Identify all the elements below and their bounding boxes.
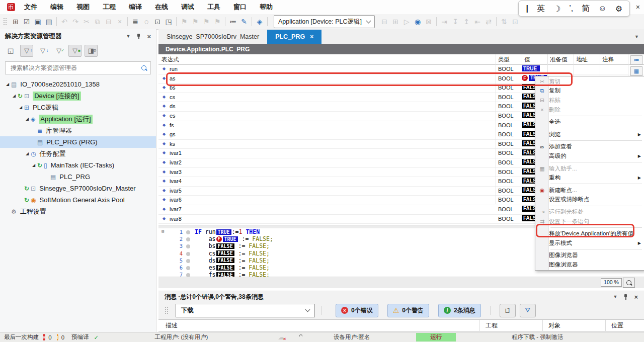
watch-value[interactable]: TRUE <box>522 65 540 71</box>
tree-expand-icon[interactable]: ◢ <box>4 82 11 87</box>
zoom-icon[interactable] <box>623 278 635 288</box>
view-options-icon[interactable]: ◨⚙ <box>85 45 98 57</box>
messages-column-2[interactable]: 对象 <box>548 321 560 330</box>
device-selector-dropdown[interactable]: Application [Device: PLC逻辑] <box>274 15 375 28</box>
tree-expand-icon[interactable]: ◢ <box>24 151 31 156</box>
messages-close-icon[interactable]: × <box>634 293 638 301</box>
tab-sinsegye_sp7000siodrv_master[interactable]: Sinsegye_SP7000sIoDrv_Master <box>158 30 267 44</box>
filter-active-icon[interactable]: ▽■ <box>68 45 82 57</box>
pause-icon[interactable]: ◉ <box>412 15 423 28</box>
cloud-offline-icon[interactable]: ☁ <box>278 333 284 341</box>
tree-item[interactable]: ▤PLC_PRG <box>0 171 156 183</box>
messages-dropdown-icon[interactable]: ▼ <box>613 294 617 299</box>
breakpoint-dot[interactable] <box>186 230 190 234</box>
tree-item[interactable]: ↻◉SoftMotion General Axis Pool <box>0 194 156 206</box>
context-menu-item[interactable]: 释放'Device.Application'的所有值 <box>535 229 644 238</box>
context-menu-item[interactable]: ◉新建断点... <box>535 186 644 195</box>
tab-plc_prg[interactable]: PLC_PRG× <box>267 30 321 44</box>
breakpoint-dot[interactable] <box>186 244 190 248</box>
save-icon[interactable]: ▣ <box>32 15 43 28</box>
ime-item[interactable]: 英 <box>537 4 545 14</box>
ime-item[interactable]: ’, <box>569 4 573 13</box>
context-menu-item[interactable]: 图像浏览器 <box>535 251 644 261</box>
menubar-item[interactable]: 编辑 <box>50 3 63 12</box>
errors-filter-button[interactable]: × 0个错误 <box>336 304 378 317</box>
column-header-5[interactable]: 注释 <box>602 56 614 63</box>
tree-expand-icon[interactable]: ◢ <box>30 163 37 167</box>
breakpoint-dot[interactable] <box>186 237 190 241</box>
menubar-item[interactable]: 帮助 <box>260 3 273 12</box>
toolbar-grip[interactable] <box>3 18 7 26</box>
filter-collapse-icon[interactable]: ▽↑ <box>20 45 33 57</box>
context-menu-item[interactable]: 显示模式▶ <box>535 238 644 248</box>
messages-column-0[interactable]: 描述 <box>166 321 178 330</box>
messages-pin-icon[interactable] <box>623 294 628 300</box>
tree-item[interactable]: ◢↻▯MainTask (IEC-Tasks) <box>0 159 156 171</box>
tree-expand-icon[interactable]: ◢ <box>17 105 24 110</box>
explorer-search-box[interactable] <box>5 61 151 74</box>
messages-column-3[interactable]: 位置 <box>611 321 623 330</box>
messages-filter-dropdown[interactable]: 下载 <box>176 304 315 317</box>
tree-item[interactable]: ◢◷任务配置 <box>0 148 156 159</box>
context-menu-item[interactable]: 重构▶ <box>535 173 644 183</box>
ime-item[interactable]: | <box>526 4 528 13</box>
infos-filter-button[interactable]: i 2条消息 <box>438 304 481 317</box>
tree-expand-icon[interactable]: ◢ <box>11 94 18 98</box>
expand-view-icon[interactable]: ◱ <box>4 45 17 57</box>
context-menu-item[interactable]: ∞添加查看 <box>535 142 644 152</box>
explorer-dropdown-icon[interactable]: ▼ <box>126 34 130 39</box>
warnings-filter-button[interactable]: ⚠ 0个警告 <box>387 304 429 317</box>
tree-item[interactable]: ▤PLC_PRG (PRG) <box>0 136 156 148</box>
context-menu-item[interactable]: 设置或清除断点 <box>535 195 644 205</box>
ime-bar[interactable]: |英☽’,简☺⚙ <box>518 1 630 17</box>
task-list-icon[interactable]: ☑ <box>21 15 32 28</box>
options-icon[interactable]: ≔ <box>227 15 238 28</box>
find-in-project-icon[interactable]: ⊡ <box>152 15 163 28</box>
menubar-item[interactable]: 窗口 <box>233 3 247 12</box>
context-menu-item[interactable]: 高级的▶ <box>535 151 644 161</box>
tree-item[interactable]: ◢▤IO_7000se20251010_1358 <box>0 78 156 90</box>
tree-item[interactable]: ⚙工程设置 <box>0 206 156 217</box>
explorer-pin-icon[interactable] <box>136 33 141 40</box>
menubar-item[interactable]: 视图 <box>76 3 90 12</box>
tree-item[interactable]: ◢↻⊡Device [连接的] <box>0 90 156 102</box>
tree-item[interactable]: ◢⊞PLC逻辑 <box>0 102 156 113</box>
watch-row[interactable]: ◆runBOOLTRUE <box>158 65 628 74</box>
explorer-close-icon[interactable]: × <box>147 33 151 40</box>
find-replace-icon[interactable]: ≣ <box>130 15 141 28</box>
close-button[interactable]: × <box>636 3 640 11</box>
ime-item[interactable]: ☺ <box>598 4 606 13</box>
context-menu-item[interactable]: 全选 <box>535 117 644 127</box>
menubar-item[interactable]: 工程 <box>103 3 116 12</box>
ime-item[interactable]: 简 <box>582 4 590 14</box>
context-menu-item[interactable]: 图像浏览器 <box>535 260 644 270</box>
breakpoint-dot[interactable] <box>186 259 190 263</box>
filter-check-icon[interactable]: ▽✓ <box>52 45 65 57</box>
explorer-search-input[interactable] <box>10 64 141 72</box>
zoom-level[interactable]: 100 % <box>601 278 622 287</box>
declaration-view-icon[interactable]: ≔ <box>630 55 642 65</box>
search-objects-icon[interactable]: ◌ <box>141 15 152 28</box>
toolbar-grip[interactable] <box>165 306 169 314</box>
code-view-icon[interactable]: ◈ <box>254 15 265 28</box>
context-menu-item[interactable]: 浏览▶ <box>535 130 644 139</box>
collapse-icon[interactable]: ⊟ <box>162 229 164 234</box>
tree-item[interactable]: ≣库管理器 <box>0 125 156 136</box>
tab-close-icon[interactable]: × <box>310 33 313 40</box>
column-header-4[interactable]: 地址 <box>576 56 588 63</box>
menubar-item[interactable]: 工具 <box>207 3 220 12</box>
tree-item[interactable]: ↻⊡Sinsegye_SP7000sIoDrv_Master <box>0 183 156 194</box>
breakpoint-dot[interactable] <box>186 266 190 270</box>
menubar-item[interactable]: 文件 <box>24 3 37 12</box>
clear-messages-button[interactable]: ⊔̄ <box>500 304 516 317</box>
tree-item[interactable]: ◢◈Application [运行] <box>0 113 156 125</box>
breakpoint-dot[interactable] <box>186 252 190 256</box>
goto-definition-icon[interactable]: ◳ <box>163 15 174 28</box>
column-header-0[interactable]: 表达式 <box>162 56 179 63</box>
menubar-item[interactable]: 调试 <box>181 3 194 12</box>
filter-expand-icon[interactable]: ▽↓ <box>36 45 49 57</box>
export-messages-button[interactable]: ⛛ <box>520 304 536 317</box>
menubar-item[interactable]: 编译 <box>129 3 142 12</box>
tree-expand-icon[interactable]: ◢ <box>24 117 31 121</box>
context-menu-item[interactable]: ⧉复制 <box>535 87 644 96</box>
